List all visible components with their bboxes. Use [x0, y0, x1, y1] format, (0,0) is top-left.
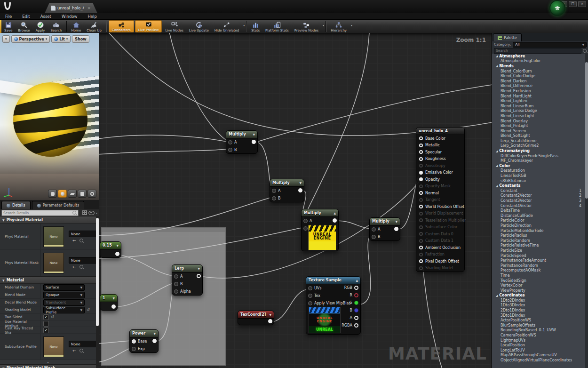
tab-palette[interactable]: Palette	[493, 33, 522, 41]
palette-item-constant[interactable]: Constant1	[492, 188, 585, 193]
palette-item-blend-overlay[interactable]: Blend_Overlay	[492, 119, 585, 124]
collapse-caret-icon[interactable]: ▼	[116, 244, 119, 247]
asset-thumbnail[interactable]: None	[43, 336, 64, 357]
asset-dropdown[interactable]: None▼	[69, 341, 96, 347]
palette-item-constant4vector[interactable]: Constant4Vector4	[492, 203, 585, 208]
palette-item-lightmapuvs[interactable]: LightmapUVs	[492, 338, 585, 343]
close-button[interactable]: ×	[578, 1, 586, 7]
pin-ambient-occlusion[interactable]	[419, 246, 423, 249]
palette-item-lineartosrgb[interactable]: LinearTosRGB	[492, 173, 585, 178]
asset-thumbnail[interactable]: None	[43, 226, 64, 247]
output-pin[interactable]	[394, 227, 398, 231]
pin-uvs-input[interactable]	[308, 286, 312, 290]
pin-refraction[interactable]	[419, 253, 423, 256]
palette-item-lerp-scratchgrime2[interactable]: Lerp_ScratchGrime2	[492, 144, 585, 149]
palette-category-blends[interactable]: ◢Blends	[492, 64, 585, 69]
node-header[interactable]: Multiply▼	[370, 218, 400, 225]
pin-opacity[interactable]	[419, 177, 423, 181]
browse-asset-icon[interactable]	[79, 265, 83, 269]
palette-category-color[interactable]: ◢Color	[492, 163, 585, 168]
details-search-input[interactable]	[1, 210, 79, 216]
palette-item-particledirection[interactable]: ParticleDirection	[492, 223, 585, 228]
node-material-output[interactable]: unreal_holo_4Base ColorMetallicSpecularR…	[416, 127, 465, 272]
checkbox-use-material-attribut[interactable]	[43, 321, 49, 327]
toolbar-button-save[interactable]: Save	[1, 20, 15, 33]
palette-item-blend-difference[interactable]: Blend_Difference	[492, 84, 585, 89]
node-multiply-2[interactable]: Multiply▼AB	[270, 179, 304, 202]
pin-shading-model[interactable]	[419, 266, 423, 270]
node-header[interactable]: Texture Sample▲	[306, 277, 360, 284]
pin-a-input[interactable]	[303, 219, 308, 223]
collapse-caret-icon[interactable]: ▼	[198, 267, 200, 270]
palette-item-maparpassthroughcamerauv[interactable]: MapARPassthroughCameraUV	[492, 353, 585, 358]
tab-parameter-defaults[interactable]: Parameter Defaults	[32, 201, 85, 209]
pin-rgb-output[interactable]	[354, 286, 358, 290]
toolbar-button-clean-up[interactable]: Clean Up	[84, 20, 104, 33]
section-header-physical-material[interactable]: ▼Physical Material	[0, 216, 96, 224]
toolbar-button-apply[interactable]: Apply	[33, 20, 48, 33]
palette-item-3dto1dindex[interactable]: 3Dto1DIndex	[492, 313, 585, 318]
node-header[interactable]: unreal_holo_4	[416, 128, 464, 135]
category-dropdown[interactable]: All ▼	[513, 42, 587, 48]
viewport-button-perspective[interactable]: Perspective▾	[11, 35, 50, 43]
pin-emissive-color[interactable]	[419, 171, 423, 175]
maximize-button[interactable]: □	[569, 1, 577, 7]
dropdown-shading-model[interactable]: Subsurface Profile▼	[43, 307, 85, 313]
visibility-filter-icon[interactable]	[88, 211, 95, 215]
pin-apply-view-mipbias-input[interactable]	[308, 301, 312, 305]
palette-item-localposition[interactable]: LocalPosition	[492, 343, 585, 348]
dropdown-blend-mode[interactable]: Opaque▼	[43, 292, 85, 298]
palette-item-blend-colordodge[interactable]: Blend_ColorDodge	[492, 73, 585, 79]
use-selected-icon[interactable]: ←	[72, 239, 76, 242]
pin-world-displacement[interactable]	[419, 212, 423, 216]
palette-item-boundingboxbased-0-1-uvw[interactable]: BoundingBoxBased_0-1_UVW	[492, 328, 585, 333]
output-pin[interactable]	[111, 304, 116, 309]
tab-details[interactable]: Details	[1, 201, 31, 209]
palette-item-blend-linearburn[interactable]: Blend_LinearBurn	[492, 104, 585, 109]
pin-opacity-mask[interactable]	[419, 184, 423, 188]
palette-item-precomputedaomask[interactable]: PrecomputedAOMask	[492, 268, 585, 273]
section-header-physical-material-mask[interactable]: ▼Physical Material Mask	[0, 364, 96, 368]
chevron-down-icon[interactable]: ▾	[243, 24, 245, 27]
pin-tex-input[interactable]	[308, 294, 312, 298]
preview-shape-cylinder-button[interactable]	[48, 190, 57, 198]
palette-item-camerapositionws[interactable]: CameraPositionWS	[492, 333, 585, 338]
pin-specular[interactable]	[419, 150, 423, 154]
pin-tangent[interactable]	[419, 198, 423, 202]
node-constant-015[interactable]: 0.15▼	[100, 241, 121, 258]
menu-edit[interactable]: Edit	[17, 14, 35, 19]
asset-thumbnail[interactable]: None	[43, 253, 64, 273]
preview-viewport[interactable]: ▾Perspective▾Lit▾Show	[0, 33, 99, 200]
palette-item-srgbtolinear[interactable]: sRGBToLinear	[492, 178, 585, 184]
chevron-down-icon[interactable]: ▾	[323, 24, 324, 27]
palette-item-particlerandom[interactable]: ParticleRandom	[492, 238, 585, 243]
collapse-caret-icon[interactable]: ▼	[269, 313, 271, 316]
palette-item-blursampleoffsets[interactable]: BlurSampleOffsets	[492, 323, 585, 328]
palette-category-atmosphere[interactable]: ◢Atmosphere	[492, 54, 585, 59]
node-texcoord[interactable]: TexCoord[2]▼	[238, 311, 274, 325]
toolbar-button-stats[interactable]: Stats	[248, 20, 262, 33]
palette-item-blend-screen[interactable]: Blend_Screen	[492, 128, 585, 134]
palette-item-blend-lighten[interactable]: Blend_Lighten	[492, 98, 585, 104]
palette-item-blend-pinlight[interactable]: Blend_PinLight	[492, 123, 585, 128]
node-header[interactable]: Power▼	[130, 330, 158, 337]
node-lerp[interactable]: Lerp▼ABAlpha	[172, 264, 203, 296]
palette-item-blend-hardlight[interactable]: Blend_HardLight	[492, 94, 585, 99]
pin-normal[interactable]	[419, 191, 423, 195]
node-power[interactable]: Power▼BaseExp	[129, 329, 159, 353]
node-multiply-3[interactable]: Multiply▲ABUNREALENGINE	[301, 209, 339, 251]
collapse-caret-icon[interactable]: ▲	[356, 279, 358, 282]
palette-category-coordinates[interactable]: ◢Coordinates	[492, 293, 585, 298]
palette-item-viewproperty[interactable]: ViewProperty	[492, 288, 585, 293]
pin-custom-data-0[interactable]	[419, 232, 423, 236]
tab-close-icon[interactable]: ×	[87, 6, 91, 10]
palette-item-blend-linearlight[interactable]: Blend_LinearLight	[492, 113, 585, 119]
palette-item-mf-chromakeyer[interactable]: MF_Chromakeyer	[492, 158, 585, 163]
output-pin[interactable]	[252, 140, 256, 144]
checkbox-cast-ray-traced-sha[interactable]: ✓	[43, 328, 49, 333]
output-pin[interactable]	[197, 274, 201, 278]
palette-item-atmosphericfogcolor[interactable]: AtmosphericFogColor	[492, 59, 585, 64]
preview-shape-cube-button[interactable]	[78, 190, 87, 198]
palette-item-1dto2dindex[interactable]: 1Dto2DIndex	[492, 298, 585, 303]
pin-world-position-offset[interactable]	[419, 205, 423, 208]
